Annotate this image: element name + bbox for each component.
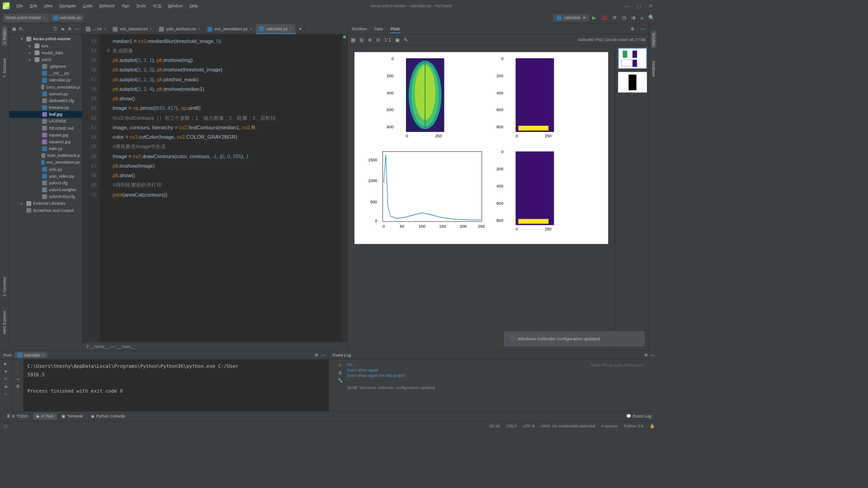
search-icon[interactable]: 🔍: [648, 15, 655, 21]
tree-item-external-libraries[interactable]: ▸External Libraries: [9, 200, 82, 207]
tree-item-coco-annotation-p[interactable]: coco_annotation.p: [9, 84, 82, 90]
print-icon[interactable]: 🖶: [16, 384, 20, 389]
tree-item-darknet53-cfg[interactable]: darknet53.cfg: [9, 97, 82, 104]
event-link-dontshow[interactable]: Don't show again: [347, 368, 654, 373]
close-icon[interactable]: ✕: [649, 3, 653, 9]
menu-help[interactable]: Help: [186, 2, 202, 10]
sb-indent[interactable]: 4 spaces: [601, 424, 618, 429]
run-tab[interactable]: calculate×: [15, 352, 47, 358]
up-icon[interactable]: ↑: [17, 361, 19, 366]
menu-view[interactable]: View: [41, 2, 57, 10]
event-link-dontshowproject[interactable]: Don't show again for this project: [347, 373, 654, 378]
tree-item-yolov3-tiny-cfg[interactable]: yolov3-tiny.cfg: [9, 193, 82, 200]
sciview-tab-data[interactable]: Data: [373, 25, 383, 33]
tw-run[interactable]: ▶4: Run: [33, 413, 57, 420]
debug-icon[interactable]: 🐞: [601, 15, 608, 21]
event-link-fix[interactable]: Fix...: [347, 362, 654, 367]
trash-icon[interactable]: 🗑: [338, 371, 342, 375]
stop-icon[interactable]: ■: [640, 15, 643, 21]
tw-pyconsole[interactable]: ◉Python Console: [88, 413, 129, 420]
sb-icon[interactable]: ▢: [4, 424, 7, 429]
plot-thumb-2[interactable]: [618, 72, 647, 92]
tree-item-keras-yolo3-master[interactable]: ▾keras-yolo3-master: [9, 36, 82, 42]
editor-tab-voc-classes-txt[interactable]: voc_classes.txt×: [109, 24, 156, 34]
tree-item-train-bottleneck-p[interactable]: train_bottleneck.p: [9, 152, 82, 159]
tab-favorites[interactable]: 2: Favorites: [2, 275, 7, 299]
wrap-icon[interactable]: ⇥: [16, 376, 19, 381]
crumb-project[interactable]: keras-yolo3-master〉: [4, 14, 49, 22]
gear-icon[interactable]: ⚙: [68, 27, 71, 32]
tab-structure[interactable]: 7: Structure: [2, 56, 7, 80]
fit-icon[interactable]: ▣: [395, 37, 400, 42]
tree-item-model-data[interactable]: ▸model_data: [9, 49, 82, 56]
tree-item-square1-jpg[interactable]: square1.jpg: [9, 138, 82, 145]
editor-tab-yolo-anchors-txt[interactable]: yolo_anchors.txt×: [156, 24, 204, 34]
tab-project[interactable]: 1: Project: [2, 26, 7, 46]
tree-item-convert-py[interactable]: convert.py: [9, 90, 82, 97]
zoom-in-icon[interactable]: ⊕: [368, 37, 372, 42]
grid2-icon[interactable]: ⊞: [359, 37, 363, 42]
gear-icon[interactable]: ⚙: [644, 352, 648, 357]
collapse-icon[interactable]: ⇆: [61, 27, 65, 32]
filter-icon[interactable]: ⊘: [338, 363, 342, 368]
sb-aws[interactable]: AWS: No credentials selected: [541, 424, 595, 429]
edit-icon[interactable]: ✎: [404, 37, 408, 42]
more-icon[interactable]: »: [5, 392, 7, 397]
stop-icon[interactable]: ■: [5, 369, 7, 374]
profile-icon[interactable]: ◷: [622, 15, 627, 21]
sb-lock-icon[interactable]: 🔒: [650, 424, 655, 429]
notification-balloon[interactable]: ⓘ Windows Defender configuration updated: [504, 331, 645, 346]
crumb-file[interactable]: calculate.py: [51, 14, 84, 21]
tree-item-square-jpg[interactable]: square.jpg: [9, 131, 82, 138]
tree-item-voc-annotation-py[interactable]: voc_annotation.py: [9, 159, 82, 166]
tree-item-yolov3-weights[interactable]: yolov3.weights: [9, 187, 82, 193]
rerun-icon[interactable]: ▶: [4, 361, 7, 366]
tab-sciview[interactable]: SciView: [651, 31, 656, 48]
tree-item-yolov3-cfg[interactable]: yolov3.cfg: [9, 179, 82, 186]
tree-item---init---py[interactable]: __init__.py: [9, 70, 82, 77]
sb-caret[interactable]: 59:15: [490, 424, 500, 429]
gear-icon[interactable]: ⚙: [631, 27, 634, 32]
tree-item-train-py[interactable]: train.py: [9, 145, 82, 152]
menu-refactor[interactable]: Refactor: [96, 2, 118, 10]
tree-item-yolo3[interactable]: ▸yolo3: [9, 56, 82, 63]
menu-vcs[interactable]: VCS: [149, 2, 165, 10]
menu-edit[interactable]: Edit: [27, 2, 41, 10]
plot-thumb-1[interactable]: [618, 48, 647, 68]
down-icon[interactable]: ↓: [17, 369, 19, 374]
hide-icon[interactable]: —: [651, 352, 655, 357]
menu-code[interactable]: Code: [79, 2, 96, 10]
tree-item-leaf-jpg[interactable]: leaf.jpg: [9, 111, 82, 118]
maximize-icon[interactable]: ▢: [637, 3, 641, 9]
menu-tools[interactable]: Tools: [133, 2, 149, 10]
gear-icon[interactable]: ⚙: [315, 352, 318, 357]
run-icon[interactable]: ▶: [592, 15, 596, 21]
tree-item-readme-md[interactable]: README.md: [9, 125, 82, 131]
tree-item-scratches-and-consol[interactable]: Scratches and Consol: [9, 207, 82, 214]
editor-tab-voc-annotation-py[interactable]: voc_annotation.py×: [204, 24, 255, 34]
tw-terminal[interactable]: ▣Terminal: [58, 413, 86, 420]
menu-window[interactable]: Window: [165, 2, 186, 10]
tree-item--gitignore[interactable]: .gitignore: [9, 63, 82, 70]
restart-icon[interactable]: ⟳: [4, 376, 8, 381]
minimize-icon[interactable]: —: [624, 3, 629, 9]
coverage-icon[interactable]: ⟳: [613, 15, 617, 21]
scope-icon[interactable]: ⓘ: [53, 26, 57, 32]
hide-icon[interactable]: —: [75, 27, 79, 32]
grid1-icon[interactable]: ▦: [351, 37, 355, 42]
tree-item-kmeans-py[interactable]: kmeans.py: [9, 104, 82, 111]
menu-file[interactable]: File: [13, 2, 27, 10]
zoom-11[interactable]: 1:1: [384, 37, 391, 42]
code-editor[interactable]: median1 = cv2.medianBlur(threshold_image…: [100, 34, 342, 342]
tree-item-yolo-py[interactable]: yolo.py: [9, 166, 82, 173]
exit-icon[interactable]: ⏏: [4, 384, 8, 389]
attach-icon[interactable]: ⇉: [631, 15, 636, 21]
tree-item-font[interactable]: ▸font: [9, 42, 82, 49]
tw-eventlog[interactable]: 💬Event Log: [623, 413, 655, 420]
menu-run[interactable]: Run: [118, 2, 133, 10]
menu-navigate[interactable]: Navigate: [56, 2, 79, 10]
sb-python[interactable]: Python 3.6: [624, 424, 644, 429]
tree-item-calculate-py[interactable]: calculate.py: [9, 77, 82, 84]
run-config-selector[interactable]: calculate ▾: [553, 14, 589, 21]
sb-eol[interactable]: CRLF: [506, 424, 517, 429]
